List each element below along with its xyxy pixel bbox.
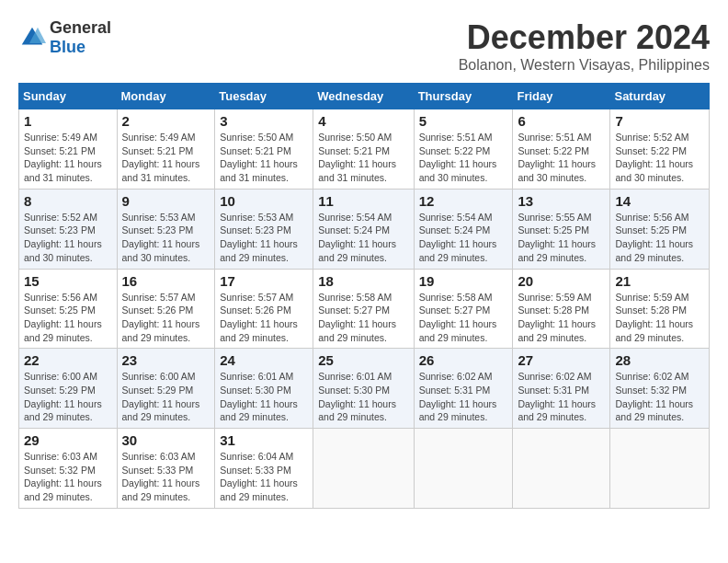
calendar-table: SundayMondayTuesdayWednesdayThursdayFrid… <box>18 83 710 509</box>
day-info: Sunrise: 5:50 AMSunset: 5:21 PMDaylight:… <box>318 132 396 183</box>
day-info: Sunrise: 5:57 AMSunset: 5:26 PMDaylight:… <box>122 292 200 343</box>
day-number: 11 <box>318 193 408 209</box>
day-info: Sunrise: 5:54 AMSunset: 5:24 PMDaylight:… <box>318 212 396 263</box>
day-info: Sunrise: 6:01 AMSunset: 5:30 PMDaylight:… <box>318 371 396 422</box>
day-info: Sunrise: 5:59 AMSunset: 5:28 PMDaylight:… <box>518 292 596 343</box>
header: General Blue December 2024 Bolanon, West… <box>18 18 710 74</box>
calendar-cell: 31 Sunrise: 6:04 AMSunset: 5:33 PMDaylig… <box>215 429 313 509</box>
calendar-cell: 18 Sunrise: 5:58 AMSunset: 5:27 PMDaylig… <box>313 269 414 349</box>
calendar-cell: 28 Sunrise: 6:02 AMSunset: 5:32 PMDaylig… <box>610 349 710 429</box>
calendar-cell: 17 Sunrise: 5:57 AMSunset: 5:26 PMDaylig… <box>215 269 313 349</box>
calendar-cell: 4 Sunrise: 5:50 AMSunset: 5:21 PMDayligh… <box>313 109 414 190</box>
day-number: 4 <box>318 113 408 129</box>
day-number: 15 <box>24 273 112 289</box>
calendar-cell: 23 Sunrise: 6:00 AMSunset: 5:29 PMDaylig… <box>117 349 215 429</box>
calendar-cell: 5 Sunrise: 5:51 AMSunset: 5:22 PMDayligh… <box>414 109 513 190</box>
day-info: Sunrise: 6:02 AMSunset: 5:31 PMDaylight:… <box>419 371 497 422</box>
day-number: 1 <box>24 113 112 129</box>
calendar-cell: 3 Sunrise: 5:50 AMSunset: 5:21 PMDayligh… <box>215 109 313 190</box>
calendar-cell: 16 Sunrise: 5:57 AMSunset: 5:26 PMDaylig… <box>117 269 215 349</box>
weekday-header: Wednesday <box>313 84 414 109</box>
day-number: 24 <box>220 352 308 368</box>
logo-text: General Blue <box>50 18 111 57</box>
day-info: Sunrise: 5:58 AMSunset: 5:27 PMDaylight:… <box>419 292 497 343</box>
day-number: 29 <box>24 432 112 448</box>
weekday-header: Friday <box>513 84 610 109</box>
day-info: Sunrise: 6:00 AMSunset: 5:29 PMDaylight:… <box>122 371 200 422</box>
calendar-cell: 29 Sunrise: 6:03 AMSunset: 5:32 PMDaylig… <box>19 429 118 509</box>
calendar-cell: 19 Sunrise: 5:58 AMSunset: 5:27 PMDaylig… <box>414 269 513 349</box>
day-info: Sunrise: 6:03 AMSunset: 5:32 PMDaylight:… <box>24 451 102 502</box>
calendar-cell: 6 Sunrise: 5:51 AMSunset: 5:22 PMDayligh… <box>513 109 610 190</box>
calendar-cell: 12 Sunrise: 5:54 AMSunset: 5:24 PMDaylig… <box>414 189 513 269</box>
calendar-cell: 2 Sunrise: 5:49 AMSunset: 5:21 PMDayligh… <box>117 109 215 190</box>
day-number: 20 <box>518 273 605 289</box>
day-number: 28 <box>615 352 704 368</box>
day-info: Sunrise: 6:04 AMSunset: 5:33 PMDaylight:… <box>220 451 298 502</box>
day-number: 21 <box>615 273 704 289</box>
day-info: Sunrise: 6:03 AMSunset: 5:33 PMDaylight:… <box>122 451 200 502</box>
day-number: 27 <box>518 352 605 368</box>
day-number: 3 <box>220 113 308 129</box>
logo: General Blue <box>18 18 111 57</box>
calendar-cell <box>313 429 414 509</box>
day-number: 18 <box>318 273 408 289</box>
weekday-header: Thursday <box>414 84 513 109</box>
calendar-week-row: 1 Sunrise: 5:49 AMSunset: 5:21 PMDayligh… <box>19 109 710 190</box>
day-info: Sunrise: 5:52 AMSunset: 5:22 PMDaylight:… <box>615 132 693 183</box>
day-number: 13 <box>518 193 605 209</box>
weekday-header: Monday <box>117 84 215 109</box>
day-number: 6 <box>518 113 605 129</box>
day-info: Sunrise: 5:55 AMSunset: 5:25 PMDaylight:… <box>518 212 596 263</box>
calendar-cell: 14 Sunrise: 5:56 AMSunset: 5:25 PMDaylig… <box>610 189 710 269</box>
day-info: Sunrise: 5:51 AMSunset: 5:22 PMDaylight:… <box>419 132 497 183</box>
day-number: 7 <box>615 113 704 129</box>
day-number: 25 <box>318 352 408 368</box>
calendar-cell: 1 Sunrise: 5:49 AMSunset: 5:21 PMDayligh… <box>19 109 118 190</box>
day-number: 19 <box>419 273 508 289</box>
weekday-header: Saturday <box>610 84 710 109</box>
day-number: 16 <box>122 273 210 289</box>
weekday-header: Sunday <box>19 84 118 109</box>
day-info: Sunrise: 5:52 AMSunset: 5:23 PMDaylight:… <box>24 212 102 263</box>
calendar-cell: 9 Sunrise: 5:53 AMSunset: 5:23 PMDayligh… <box>117 189 215 269</box>
day-number: 26 <box>419 352 508 368</box>
calendar-cell: 20 Sunrise: 5:59 AMSunset: 5:28 PMDaylig… <box>513 269 610 349</box>
day-info: Sunrise: 5:59 AMSunset: 5:28 PMDaylight:… <box>615 292 693 343</box>
calendar-cell: 26 Sunrise: 6:02 AMSunset: 5:31 PMDaylig… <box>414 349 513 429</box>
day-info: Sunrise: 6:02 AMSunset: 5:31 PMDaylight:… <box>518 371 596 422</box>
day-number: 31 <box>220 432 308 448</box>
day-info: Sunrise: 6:00 AMSunset: 5:29 PMDaylight:… <box>24 371 102 422</box>
calendar-cell: 25 Sunrise: 6:01 AMSunset: 5:30 PMDaylig… <box>313 349 414 429</box>
day-info: Sunrise: 5:53 AMSunset: 5:23 PMDaylight:… <box>220 212 298 263</box>
day-info: Sunrise: 5:56 AMSunset: 5:25 PMDaylight:… <box>615 212 693 263</box>
calendar-week-row: 22 Sunrise: 6:00 AMSunset: 5:29 PMDaylig… <box>19 349 710 429</box>
day-number: 17 <box>220 273 308 289</box>
day-number: 9 <box>122 193 210 209</box>
day-info: Sunrise: 5:49 AMSunset: 5:21 PMDaylight:… <box>122 132 200 183</box>
day-info: Sunrise: 5:53 AMSunset: 5:23 PMDaylight:… <box>122 212 200 263</box>
calendar-cell: 22 Sunrise: 6:00 AMSunset: 5:29 PMDaylig… <box>19 349 118 429</box>
day-info: Sunrise: 5:50 AMSunset: 5:21 PMDaylight:… <box>220 132 298 183</box>
weekday-header: Tuesday <box>215 84 313 109</box>
day-info: Sunrise: 5:49 AMSunset: 5:21 PMDaylight:… <box>24 132 102 183</box>
day-number: 22 <box>24 352 112 368</box>
title-section: December 2024 Bolanon, Western Visayas, … <box>459 18 710 74</box>
day-number: 14 <box>615 193 704 209</box>
main-title: December 2024 <box>459 18 710 57</box>
calendar-week-row: 15 Sunrise: 5:56 AMSunset: 5:25 PMDaylig… <box>19 269 710 349</box>
day-info: Sunrise: 6:02 AMSunset: 5:32 PMDaylight:… <box>615 371 693 422</box>
logo-blue: Blue <box>50 38 85 56</box>
day-info: Sunrise: 6:01 AMSunset: 5:30 PMDaylight:… <box>220 371 298 422</box>
calendar-cell <box>513 429 610 509</box>
calendar-cell: 13 Sunrise: 5:55 AMSunset: 5:25 PMDaylig… <box>513 189 610 269</box>
day-number: 2 <box>122 113 210 129</box>
calendar-cell: 30 Sunrise: 6:03 AMSunset: 5:33 PMDaylig… <box>117 429 215 509</box>
day-number: 23 <box>122 352 210 368</box>
day-number: 10 <box>220 193 308 209</box>
calendar-cell <box>414 429 513 509</box>
calendar-cell: 8 Sunrise: 5:52 AMSunset: 5:23 PMDayligh… <box>19 189 118 269</box>
day-number: 30 <box>122 432 210 448</box>
day-number: 12 <box>419 193 508 209</box>
weekday-header-row: SundayMondayTuesdayWednesdayThursdayFrid… <box>19 84 710 109</box>
